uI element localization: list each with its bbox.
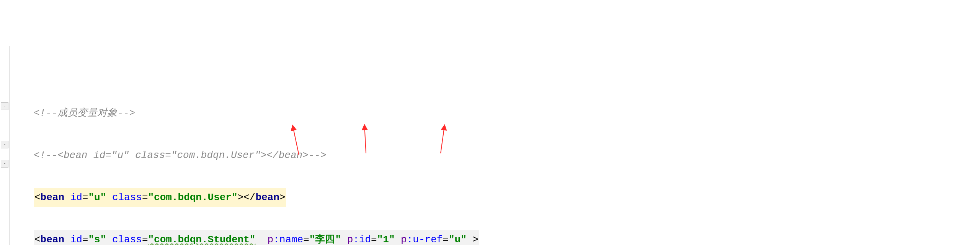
fold-handle[interactable]: - — [1, 160, 8, 168]
code-editor[interactable]: - - - <!--成员变量对象--> <!--<bean id="u" cla… — [0, 46, 980, 245]
angle-bracket: < — [34, 234, 41, 245]
code-area[interactable]: <!--成员变量对象--> <!--<bean id="u" class="co… — [11, 81, 980, 245]
namespace-p: p — [401, 234, 407, 245]
attr-value: "com.bdqn.Student" — [148, 234, 256, 245]
tag-name: bean — [41, 234, 64, 245]
xml-comment: <!--成员变量对象--> — [34, 107, 135, 119]
attr-class: class — [112, 234, 142, 245]
attr-class: class — [112, 192, 142, 203]
angle-bracket: < — [34, 192, 41, 203]
selected-bean-s: <bean id="s" class="com.bdqn.Student" p:… — [34, 230, 479, 245]
attr-pname: :name — [273, 234, 303, 245]
angle-bracket: > — [467, 234, 479, 245]
editor-gutter: - - - — [0, 46, 10, 245]
highlighted-bean-u: <bean id="u" class="com.bdqn.User"></bea… — [34, 188, 286, 207]
attr-value: "u" — [88, 192, 106, 203]
attr-value: "s" — [88, 234, 106, 245]
fold-handle[interactable]: - — [1, 141, 8, 148]
tag-name: bean — [255, 192, 279, 203]
attr-puref: :u-ref — [407, 234, 443, 245]
angle-bracket: ></ — [238, 192, 256, 203]
tag-name: bean — [41, 192, 64, 203]
attr-value: "李四" — [309, 234, 341, 245]
fold-handle[interactable]: - — [1, 102, 8, 110]
code-line[interactable]: <bean id="s" class="com.bdqn.Student" p:… — [11, 230, 980, 245]
angle-bracket: > — [279, 192, 286, 203]
xml-comment: <!--<bean id="u" class="com.bdqn.User"><… — [34, 150, 327, 161]
attr-pid: :id — [353, 234, 371, 245]
attr-id: id — [70, 192, 82, 203]
namespace-p: p — [268, 234, 274, 245]
code-line[interactable]: <!--<bean id="u" class="com.bdqn.User"><… — [11, 146, 980, 165]
namespace-p: p — [347, 234, 353, 245]
attr-value: "com.bdqn.User" — [148, 192, 238, 203]
code-line[interactable]: <!--成员变量对象--> — [11, 104, 980, 123]
attr-id: id — [70, 234, 82, 245]
code-line[interactable]: <bean id="u" class="com.bdqn.User"></bea… — [11, 188, 980, 207]
attr-value: "u" — [449, 234, 467, 245]
attr-value: "1" — [377, 234, 395, 245]
